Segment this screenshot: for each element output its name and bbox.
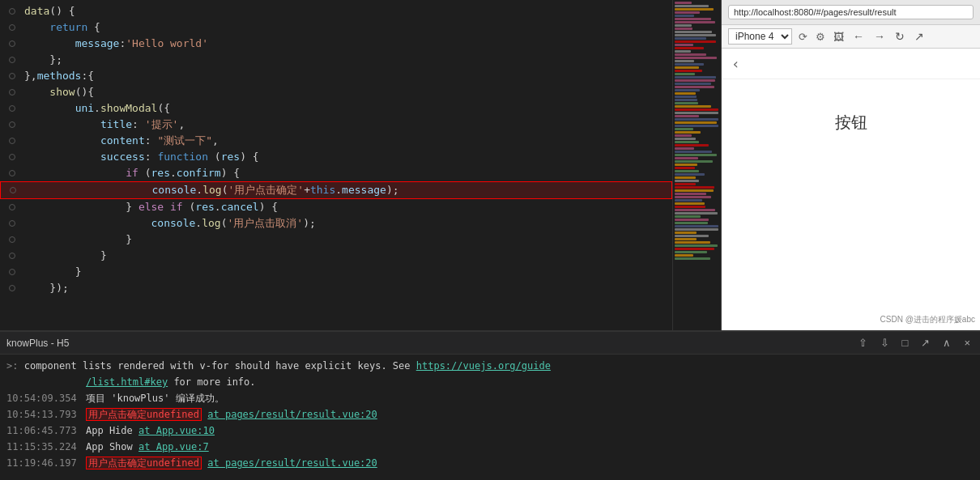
- rotate-icon[interactable]: ⟳: [797, 29, 809, 45]
- minimap-line: [675, 189, 714, 192]
- minimap-line: [675, 248, 714, 250]
- code-line-12: console.log('用户点击确定'+this.message);: [0, 181, 672, 199]
- image-icon[interactable]: 🖼: [832, 29, 846, 45]
- device-select[interactable]: iPhone 4 iPhone 5 iPhone 6 iPhone X: [728, 28, 792, 45]
- console-msg: >: component lists rendered with v-for s…: [6, 359, 974, 373]
- console-action-1[interactable]: ⇧: [855, 335, 871, 350]
- error-highlight: 用户点击确定undefined: [86, 408, 202, 421]
- minimap-line: [675, 92, 696, 95]
- code-text-5: },methods:{: [24, 68, 666, 84]
- console-action-4[interactable]: ↗: [918, 335, 933, 350]
- browser-viewport: ‹ 按钮 CSDN @进击的程序媛abc: [722, 49, 980, 330]
- minimap-line: [675, 215, 701, 218]
- console-msg: 用户点击确定undefined at pages/result/result.v…: [86, 407, 974, 422]
- minimap-line: [675, 257, 710, 260]
- console-actions: ⇧ ⇩ □ ↗ ∧ ×: [855, 335, 974, 350]
- console-action-2[interactable]: ⇩: [877, 335, 893, 350]
- minimap-line: [675, 131, 701, 134]
- line-gutter-7: [0, 105, 24, 112]
- code-text-15: }: [24, 232, 666, 248]
- code-text-18: });: [24, 280, 666, 296]
- console-link[interactable]: at pages/result/result.vue:20: [207, 457, 377, 469]
- console-msg: App Show at App.vue:7: [86, 440, 974, 454]
- address-bar[interactable]: [728, 5, 974, 19]
- code-text-12: console.log('用户点击确定'+this.message);: [25, 182, 665, 198]
- minimap-line: [675, 206, 705, 208]
- line-gutter-3: [0, 40, 24, 47]
- minimap-line: [675, 202, 705, 205]
- browser-panel: iPhone 4 iPhone 5 iPhone 6 iPhone X ⟳ ⚙ …: [721, 0, 980, 330]
- minimap-line: [675, 199, 702, 202]
- line-gutter-16: [0, 253, 24, 259]
- code-line-6: show(){: [0, 84, 672, 100]
- minimap-line: [675, 102, 698, 104]
- editor-panel: data() { return { message:'Hello world' …: [0, 0, 672, 330]
- minimap-line: [675, 157, 698, 159]
- minimap-line: [675, 47, 704, 49]
- console-action-3[interactable]: □: [899, 335, 912, 350]
- minimap-line: [675, 79, 715, 82]
- minimap-line: [675, 76, 716, 79]
- code-line-11: if (res.confirm) {: [0, 165, 672, 181]
- settings-icon[interactable]: ⚙: [814, 29, 827, 45]
- console-close[interactable]: ×: [961, 335, 974, 350]
- line-gutter-15: [0, 236, 24, 243]
- console-link[interactable]: at pages/result/result.vue:20: [207, 409, 377, 420]
- back-nav-button[interactable]: ←: [850, 28, 867, 45]
- minimap-line: [675, 196, 711, 198]
- line-gutter-8: [0, 121, 24, 128]
- console-header: knowPlus - H5 ⇧ ⇩ □ ↗ ∧ ×: [0, 332, 980, 355]
- minimap-line: [675, 44, 693, 46]
- line-gutter-4: [0, 57, 24, 63]
- console-link[interactable]: at App.vue:10: [138, 425, 215, 436]
- minimap-line: [675, 241, 710, 244]
- console-link[interactable]: /list.html#key: [86, 376, 168, 388]
- minimap-line: [675, 251, 707, 253]
- console-timestamp: 11:19:46.197: [6, 456, 79, 470]
- minimap-line: [675, 40, 716, 43]
- code-line-1: data() {: [0, 3, 672, 19]
- forward-nav-button[interactable]: →: [871, 28, 888, 45]
- minimap-line: [675, 5, 709, 7]
- minimap-line: [675, 50, 691, 53]
- minimap-line: [675, 134, 692, 137]
- minimap-line: [675, 232, 697, 234]
- code-text-10: success: function (res) {: [24, 149, 666, 165]
- console-line: 10:54:09.354项目 'knowPlus' 编译成功。: [6, 390, 974, 406]
- console-collapse[interactable]: ∧: [940, 335, 954, 350]
- code-line-14: console.log('用户点击取消');: [0, 215, 672, 232]
- code-text-11: if (res.confirm) {: [24, 165, 666, 181]
- minimap-line: [675, 238, 697, 240]
- minimap-line: [675, 254, 693, 257]
- device-toolbar: iPhone 4 iPhone 5 iPhone 6 iPhone X ⟳ ⚙ …: [722, 25, 980, 49]
- code-line-4: };: [0, 52, 672, 68]
- external-link-button[interactable]: ↗: [912, 28, 927, 45]
- reload-button[interactable]: ↻: [893, 28, 907, 45]
- minimap-line: [675, 108, 718, 111]
- minimap-line: [675, 15, 694, 17]
- minimap-line: [675, 209, 715, 211]
- console-msg: 用户点击确定undefined at pages/result/result.v…: [86, 456, 974, 470]
- minimap-line: [675, 144, 709, 147]
- line-gutter-2: [0, 24, 24, 31]
- console-link[interactable]: at App.vue:7: [138, 441, 209, 452]
- minimap-line: [675, 66, 699, 69]
- back-arrow-icon[interactable]: ‹: [731, 55, 740, 72]
- minimap-line: [675, 96, 697, 98]
- minimap-line: [675, 86, 714, 88]
- code-line-2: return {: [0, 19, 672, 36]
- line-gutter-6: [0, 89, 24, 96]
- minimap-line: [675, 154, 717, 156]
- minimap-line: [675, 34, 716, 36]
- minimap-line: [675, 228, 718, 231]
- code-text-9: content: "测试一下",: [24, 133, 666, 149]
- console-line: /list.html#key for more info.: [6, 374, 974, 390]
- minimap-line: [675, 83, 711, 85]
- console-link[interactable]: https://vuejs.org/guide: [416, 360, 551, 372]
- minimap-line: [675, 99, 697, 101]
- code-line-3: message:'Hello world': [0, 36, 672, 52]
- console-line: >: component lists rendered with v-for s…: [6, 358, 974, 374]
- code-line-5: },methods:{: [0, 68, 672, 84]
- minimap-line: [675, 121, 717, 124]
- minimap-line: [675, 89, 700, 91]
